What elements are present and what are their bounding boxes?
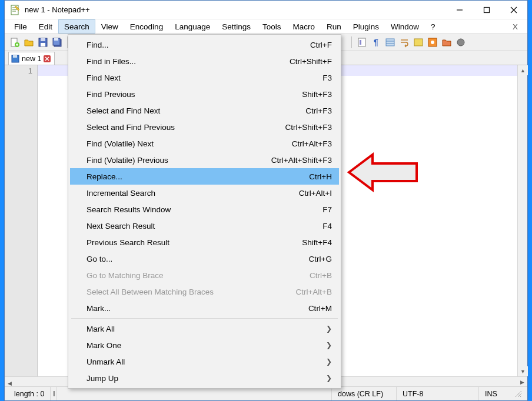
menu-window[interactable]: Window	[385, 19, 425, 34]
menu-item-mark[interactable]: Mark...Ctrl+M	[70, 300, 339, 316]
menu-item-label: Mark...	[87, 304, 308, 313]
title-bar: new 1 - Notepad++	[5, 1, 527, 19]
resize-grip-icon[interactable]	[513, 389, 524, 399]
menu-tools[interactable]: Tools	[257, 19, 287, 34]
menu-item-label: Go to Matching Brace	[87, 271, 310, 280]
arrow-annotation	[346, 149, 423, 198]
svg-point-15	[431, 41, 434, 44]
status-encoding[interactable]: UTF-8	[397, 387, 479, 400]
save-icon[interactable]	[36, 36, 49, 49]
menu-item-select-and-find-next[interactable]: Select and Find NextCtrl+F3	[70, 102, 339, 119]
menu-item-label: Find (Volatile) Next	[87, 139, 292, 148]
user-lang-icon[interactable]	[412, 36, 425, 49]
menu-encoding[interactable]: Encoding	[124, 19, 169, 34]
indent-guide-icon[interactable]	[384, 36, 397, 49]
menu-item-label: Search Results Window	[87, 205, 322, 214]
status-length: length : 0	[8, 387, 51, 400]
submenu-arrow-icon: ❯	[326, 374, 332, 382]
new-file-icon[interactable]	[8, 36, 21, 49]
submenu-arrow-icon: ❯	[326, 357, 332, 366]
wrap-icon[interactable]	[398, 36, 411, 49]
svg-rect-11	[360, 40, 361, 45]
scroll-up-icon[interactable]: ▲	[518, 65, 528, 75]
menu-item-shortcut: Ctrl+Alt+I	[299, 189, 332, 198]
menu-item-find-volatile-next[interactable]: Find (Volatile) NextCtrl+Alt+F3	[70, 135, 339, 152]
menu-language[interactable]: Language	[169, 19, 216, 34]
menu-item-previous-search-result[interactable]: Previous Search ResultShift+F4	[70, 234, 339, 250]
menu-item-shortcut: Shift+F3	[302, 90, 332, 99]
menu-item-next-search-result[interactable]: Next Search ResultF4	[70, 218, 339, 234]
menu-help[interactable]: ?	[425, 19, 441, 34]
show-symbol-icon[interactable]: ¶	[370, 36, 383, 49]
save-all-icon[interactable]	[51, 36, 64, 49]
menu-item-find-previous[interactable]: Find PreviousShift+F3	[70, 86, 339, 102]
menu-settings[interactable]: Settings	[216, 19, 257, 34]
svg-rect-1	[484, 7, 490, 12]
menu-item-replace[interactable]: Replace...Ctrl+H	[70, 168, 339, 185]
menu-item-shortcut: Ctrl+M	[308, 304, 332, 313]
menu-item-shortcut: F4	[322, 222, 332, 230]
menu-item-mark-all[interactable]: Mark All❯	[70, 320, 339, 337]
menu-item-incremental-search[interactable]: Incremental SearchCtrl+Alt+I	[70, 185, 339, 201]
menu-view[interactable]: View	[95, 19, 124, 34]
menu-item-find-volatile-previous[interactable]: Find (Volatile) PreviousCtrl+Alt+Shift+F…	[70, 152, 339, 168]
menu-search[interactable]: Search	[58, 19, 95, 34]
menu-item-shortcut: Ctrl+H	[309, 172, 332, 181]
status-spacer	[56, 387, 332, 400]
menu-item-find-in-files[interactable]: Find in Files...Ctrl+Shift+F	[70, 53, 339, 69]
menu-item-unmark-all[interactable]: Unmark All❯	[70, 353, 339, 370]
menu-item-go-to[interactable]: Go to...Ctrl+G	[70, 250, 339, 267]
menu-item-find-next[interactable]: Find NextF3	[70, 69, 339, 86]
status-lncol: l	[51, 387, 56, 400]
scroll-right-icon[interactable]: ▶	[517, 377, 527, 387]
doc-map-icon[interactable]	[355, 36, 368, 49]
menu-item-label: Go to...	[87, 255, 309, 263]
svg-rect-5	[41, 38, 45, 41]
menu-run[interactable]: Run	[321, 19, 347, 34]
menu-edit[interactable]: Edit	[33, 19, 58, 34]
menu-item-label: Unmark All	[87, 357, 320, 366]
app-icon	[9, 4, 21, 16]
menu-item-mark-one[interactable]: Mark One❯	[70, 337, 339, 353]
status-mode[interactable]: INS	[479, 387, 513, 400]
menu-item-select-and-find-previous[interactable]: Select and Find PreviousCtrl+Shift+F3	[70, 119, 339, 135]
svg-rect-12	[386, 39, 394, 46]
minimize-button[interactable]	[446, 1, 473, 19]
monitor-icon[interactable]	[454, 36, 467, 49]
menu-plugins[interactable]: Plugins	[347, 19, 385, 34]
maximize-button[interactable]	[473, 1, 500, 19]
tab-close-icon[interactable]	[44, 55, 51, 62]
tab-label: new 1	[22, 55, 41, 63]
window-title: new 1 - Notepad++	[25, 5, 446, 14]
menu-item-find[interactable]: Find...Ctrl+F	[70, 36, 339, 53]
svg-rect-13	[414, 39, 423, 46]
menu-item-label: Select and Find Previous	[87, 123, 285, 132]
scroll-down-icon[interactable]: ▼	[518, 366, 528, 376]
menu-item-shortcut: F3	[322, 73, 332, 82]
tab-new-1[interactable]: new 1	[8, 52, 55, 65]
menu-item-label: Replace...	[87, 172, 309, 181]
menu-item-go-to-matching-brace: Go to Matching BraceCtrl+B	[70, 267, 339, 283]
menu-item-shortcut: Ctrl+Alt+F3	[292, 139, 332, 148]
vertical-scrollbar[interactable]: ▲ ▼	[517, 65, 527, 376]
menu-file[interactable]: File	[8, 19, 33, 34]
svg-point-16	[457, 39, 464, 46]
search-menu: Find...Ctrl+FFind in Files...Ctrl+Shift+…	[68, 34, 341, 389]
close-button[interactable]	[500, 1, 527, 19]
menu-item-shortcut: Ctrl+F	[310, 41, 332, 49]
menu-item-select-all-between-matching-braces: Select All Between Matching BracesCtrl+A…	[70, 283, 339, 300]
menu-item-jump-up[interactable]: Jump Up❯	[70, 370, 339, 386]
line-gutter: 1	[5, 65, 38, 386]
status-eol[interactable]: dows (CR LF)	[332, 387, 397, 400]
open-file-icon[interactable]	[22, 36, 35, 49]
menu-item-shortcut: Shift+F4	[302, 238, 332, 247]
menu-item-label: Mark One	[87, 341, 320, 350]
window-controls	[446, 1, 527, 19]
save-state-icon	[11, 55, 19, 63]
function-list-icon[interactable]	[426, 36, 439, 49]
menu-item-label: Find (Volatile) Previous	[87, 156, 271, 165]
menubar-close-x[interactable]: X	[507, 19, 524, 34]
menu-item-search-results-window[interactable]: Search Results WindowF7	[70, 201, 339, 218]
folder-icon[interactable]	[440, 36, 453, 49]
menu-macro[interactable]: Macro	[287, 19, 321, 34]
